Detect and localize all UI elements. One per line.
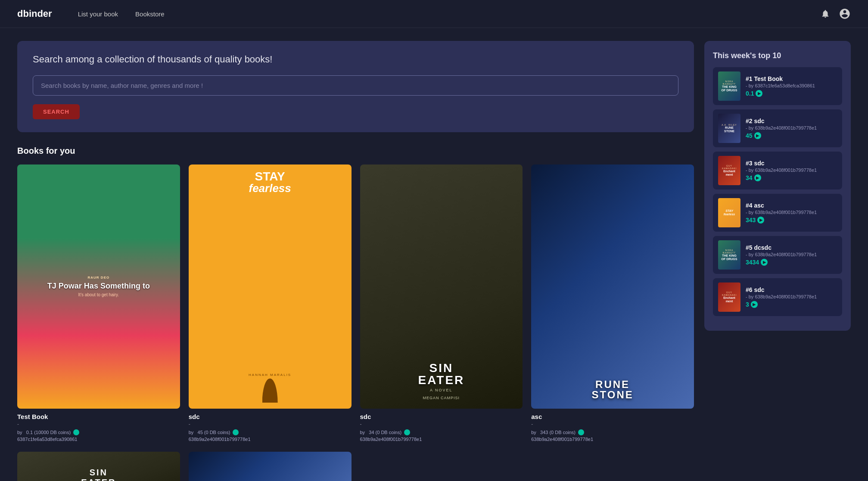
top10-cover: A.K. RILEY RUNE STONE xyxy=(718,114,740,143)
cover-rune: RUNE xyxy=(592,379,634,390)
top10-item[interactable]: NORA BARRETT THE KING OF DRUGS #5 dcsdc … xyxy=(713,236,842,274)
books-for-you-section: Books for you Raur Deo TJ Powar Has Some… xyxy=(17,146,694,481)
price-coin-icon: ▶ xyxy=(751,301,758,308)
top10-price: 34 ▶ xyxy=(746,174,837,181)
top10-price: 45 ▶ xyxy=(746,132,837,139)
top10-author: - by 638b9a2e408f001b799778e1 xyxy=(746,294,837,299)
book-card[interactable]: Raur Deo TJ Powar Has Something to It's … xyxy=(17,164,180,443)
user-profile-button[interactable] xyxy=(839,8,851,20)
main-container: Search among a collection of thousands o… xyxy=(0,28,868,481)
search-panel: Search among a collection of thousands o… xyxy=(17,41,694,132)
top10-info: #4 asc - by 638b9a2e408f001b799778e1 343… xyxy=(746,202,837,223)
top10-item[interactable]: Guy Kawasaki Enchant ment #6 sdc - by 63… xyxy=(713,278,842,316)
cover-eater: EATER xyxy=(418,374,464,386)
top10-info: #2 sdc - by 638b9a2e408f001b799778e1 45 … xyxy=(746,118,837,139)
book-cover-partial: SIN EATER xyxy=(17,452,180,481)
top10-cover: Guy Kawasaki Enchant ment xyxy=(718,156,740,185)
top10-panel: This week's top 10 NORA BARRETT THE KING… xyxy=(704,41,851,331)
book-meta: by 343 (0 DB coins) 638b9a2e408f001b7997… xyxy=(531,429,694,443)
price-coin-icon: ▶ xyxy=(757,217,764,223)
cover-tagline: It's about to get hairy. xyxy=(78,292,119,297)
price-coin-icon: ▶ xyxy=(754,174,761,181)
top10-title: This week's top 10 xyxy=(713,51,842,60)
top10-item[interactable]: A.K. RILEY RUNE STONE #2 sdc - by 638b9a… xyxy=(713,109,842,147)
coin-icon xyxy=(73,429,79,435)
top10-info: #1 Test Book - by 6387c1fe6a53d8efca3908… xyxy=(746,75,837,97)
section-title: Books for you xyxy=(17,146,694,156)
cover-stay: STAY xyxy=(249,171,291,183)
top10-price: 3434 ▶ xyxy=(746,259,837,266)
book-title: sdc xyxy=(360,413,523,420)
top10-item[interactable]: STAY fearless #4 asc - by 638b9a2e408f00… xyxy=(713,194,842,232)
coin-icon xyxy=(578,429,584,435)
book-subtitle: - xyxy=(360,421,523,427)
coin-icon xyxy=(404,429,410,435)
book-card[interactable]: SIN EATER A NOVEL MEGAN CAMPISI sdc - by… xyxy=(360,164,523,443)
search-headline: Search among a collection of thousands o… xyxy=(33,54,678,65)
cover-megan: MEGAN CAMPISI xyxy=(418,396,464,400)
cover-fearless: fearless xyxy=(249,183,291,194)
notification-button[interactable] xyxy=(821,9,830,19)
top10-price: 3 ▶ xyxy=(746,301,837,308)
nav-actions xyxy=(821,8,851,20)
top10-author: - by 638b9a2e408f001b799778e1 xyxy=(746,168,837,173)
top10-author: - by 6387c1fe6a53d8efca390861 xyxy=(746,83,837,88)
book-card[interactable]: STAY fearless HANNAH MARALIS sdc - by xyxy=(189,164,352,443)
top10-item[interactable]: Guy Kawasaki Enchant ment #3 sdc - by 63… xyxy=(713,152,842,189)
top10-info: #6 sdc - by 638b9a2e408f001b799778e1 3 ▶ xyxy=(746,286,837,308)
top10-info: #3 sdc - by 638b9a2e408f001b799778e1 34 … xyxy=(746,160,837,181)
navbar: dbinder List your book Bookstore xyxy=(0,0,868,28)
top10-author: - by 638b9a2e408f001b799778e1 xyxy=(746,252,837,257)
user-icon xyxy=(839,8,851,20)
top10-cover: STAY fearless xyxy=(718,198,740,227)
book-card[interactable]: RUNE STONE asc - by 343 (0 DB coins) 638… xyxy=(531,164,694,443)
book-subtitle: - xyxy=(17,421,180,427)
right-column: This week's top 10 NORA BARRETT THE KING… xyxy=(704,41,851,481)
top10-author: - by 638b9a2e408f001b799778e1 xyxy=(746,125,837,130)
book-cover-partial: RUNE STONE xyxy=(189,452,352,481)
book-cover: Raur Deo TJ Powar Has Something to It's … xyxy=(17,164,180,409)
top10-info: #5 dcsdc - by 638b9a2e408f001b799778e1 3… xyxy=(746,244,837,266)
book-meta: by 0.1 (10000 DB coins) 6387c1fe6a53d8ef… xyxy=(17,429,180,443)
book-subtitle: - xyxy=(189,421,352,427)
nav-links: List your book Bookstore xyxy=(78,10,821,18)
coin-icon xyxy=(233,429,239,435)
top10-cover: Guy Kawasaki Enchant ment xyxy=(718,282,740,312)
book-card[interactable]: SIN EATER xyxy=(17,452,180,481)
cover-stone: STONE xyxy=(592,390,634,400)
book-card[interactable]: RUNE STONE xyxy=(189,452,352,481)
search-button[interactable]: SEARCH xyxy=(33,104,80,119)
cover-title-label: TJ Powar Has Something to xyxy=(47,282,150,291)
search-input[interactable] xyxy=(33,76,678,95)
top10-cover: NORA BARRETT THE KING OF DRUGS xyxy=(718,240,740,270)
nav-bookstore[interactable]: Bookstore xyxy=(135,10,165,18)
top10-item[interactable]: NORA BARRETT THE KING OF DRUGS #1 Test B… xyxy=(713,67,842,105)
books-grid: Raur Deo TJ Powar Has Something to It's … xyxy=(17,164,694,443)
nav-list-your-book[interactable]: List your book xyxy=(78,10,118,18)
cover-silhouette xyxy=(262,379,278,403)
book-subtitle: - xyxy=(531,421,694,427)
top10-price: 0.1 ▶ xyxy=(746,90,837,97)
price-coin-icon: ▶ xyxy=(761,259,768,266)
cover-author-label: Raur Deo xyxy=(88,276,110,279)
book-cover: RUNE STONE xyxy=(531,164,694,409)
cover-sin: SIN xyxy=(418,362,464,374)
left-column: Search among a collection of thousands o… xyxy=(17,41,694,481)
book-title: sdc xyxy=(189,413,352,420)
price-coin-icon: ▶ xyxy=(754,132,761,139)
books-grid-second-row: SIN EATER RUNE STONE xyxy=(17,452,694,481)
cover-anovel: A NOVEL xyxy=(418,388,464,392)
book-title: Test Book xyxy=(17,413,180,420)
book-title: asc xyxy=(531,413,694,420)
book-meta: by 45 (0 DB coins) 638b9a2e408f001b79977… xyxy=(189,429,352,443)
top10-author: - by 638b9a2e408f001b799778e1 xyxy=(746,210,837,215)
book-meta: by 34 (0 DB coins) 638b9a2e408f001b79977… xyxy=(360,429,523,443)
bell-icon xyxy=(821,9,830,19)
cover-author2: HANNAH MARALIS xyxy=(249,373,291,377)
book-cover: STAY fearless HANNAH MARALIS xyxy=(189,164,352,409)
brand-logo[interactable]: dbinder xyxy=(17,8,52,19)
top10-price: 343 ▶ xyxy=(746,217,837,223)
top10-cover: NORA BARRETT THE KING OF DRUGS xyxy=(718,71,740,101)
price-coin-icon: ▶ xyxy=(756,90,762,97)
search-input-wrapper xyxy=(33,75,678,96)
